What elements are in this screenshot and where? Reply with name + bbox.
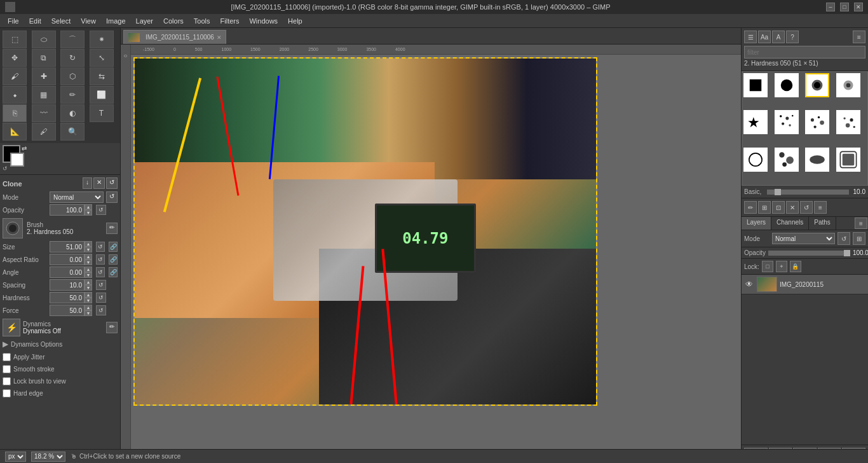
right-btn-1[interactable]: ☰ xyxy=(744,31,757,43)
menu-help[interactable]: Help xyxy=(283,16,308,26)
opacity-input[interactable] xyxy=(50,204,85,216)
unit-select[interactable]: px xyxy=(5,452,26,462)
tab-close-button[interactable]: ✕ xyxy=(217,34,222,41)
tool-smudge[interactable]: 〰 xyxy=(32,104,56,122)
aspect-lock[interactable]: 🔗 xyxy=(109,254,118,265)
brush-filter-input[interactable] xyxy=(744,46,865,59)
tool-flip[interactable]: ⇆ xyxy=(90,67,114,85)
tool-options-delete[interactable]: ✕ xyxy=(93,177,105,189)
size-down[interactable]: ▼ xyxy=(85,247,92,252)
right-action-btn-4[interactable]: ✕ xyxy=(786,201,799,214)
brush-cell-11[interactable] xyxy=(805,148,829,172)
tool-pencil[interactable]: ✏ xyxy=(60,86,85,104)
layer-opacity-slider[interactable] xyxy=(768,251,850,256)
tool-move[interactable]: ✥ xyxy=(3,49,27,67)
right-spacing-slider[interactable] xyxy=(767,190,849,195)
zoom-select[interactable]: 18.2 % xyxy=(31,452,65,462)
aspect-up[interactable]: ▲ xyxy=(85,254,92,259)
mode-select[interactable]: Normal xyxy=(50,191,104,203)
right-action-btn-6[interactable]: ≡ xyxy=(814,201,827,214)
menu-edit[interactable]: Edit xyxy=(24,16,46,26)
expand-icon[interactable]: ▶ xyxy=(3,340,8,349)
tool-options-save[interactable]: ↓ xyxy=(83,177,92,189)
dynamics-edit[interactable]: ✏ xyxy=(106,322,118,333)
size-lock[interactable]: 🔗 xyxy=(109,242,118,252)
tool-ellipse-select[interactable]: ⬭ xyxy=(32,31,56,48)
tool-free-select[interactable]: ⌒ xyxy=(60,31,85,48)
size-reset[interactable]: ↺ xyxy=(96,242,105,252)
apply-jitter-checkbox[interactable] xyxy=(3,353,11,361)
layers-panel-menu[interactable]: ≡ xyxy=(855,218,867,229)
tool-rotate[interactable]: ↻ xyxy=(60,49,85,67)
layer-item[interactable]: 👁 IMG_20200115 xyxy=(742,275,868,294)
brush-cell-1[interactable] xyxy=(743,73,768,97)
layer-mode-select[interactable]: Normal xyxy=(772,233,835,244)
right-action-btn-1[interactable]: ✏ xyxy=(744,201,757,214)
brush-cell-8[interactable] xyxy=(836,110,860,134)
brush-cell-10[interactable] xyxy=(775,148,799,172)
smooth-stroke-checkbox[interactable] xyxy=(3,365,11,373)
brush-cell-4[interactable] xyxy=(836,73,860,97)
force-input[interactable] xyxy=(50,305,85,316)
brush-cell-2[interactable] xyxy=(775,73,799,97)
aspect-down[interactable]: ▼ xyxy=(85,259,92,265)
lock-brush-checkbox[interactable] xyxy=(3,377,11,385)
menu-filters[interactable]: Filters xyxy=(215,16,245,26)
menu-layer[interactable]: Layer xyxy=(131,16,159,26)
menu-colors[interactable]: Colors xyxy=(158,16,189,26)
brush-cell-7[interactable] xyxy=(805,110,829,134)
tool-blend[interactable]: ▦ xyxy=(32,86,56,104)
lock-pixels-btn[interactable]: □ xyxy=(762,261,773,272)
tool-measure[interactable]: 📐 xyxy=(3,123,27,141)
brush-cell-3[interactable] xyxy=(805,73,829,97)
tab-layers[interactable]: Layers xyxy=(742,217,771,230)
tool-text[interactable]: T xyxy=(90,104,114,122)
force-down[interactable]: ▼ xyxy=(85,310,92,316)
tool-options-reset[interactable]: ↺ xyxy=(106,177,118,189)
menu-view[interactable]: View xyxy=(76,16,101,26)
force-up[interactable]: ▲ xyxy=(85,305,92,310)
tool-heal[interactable]: ✚ xyxy=(32,67,56,85)
brush-cell-12[interactable] xyxy=(836,148,860,172)
opacity-down[interactable]: ▼ xyxy=(85,210,92,216)
tool-clone[interactable]: ⎘ xyxy=(3,104,27,122)
hard-edge-checkbox[interactable] xyxy=(3,389,11,397)
size-up[interactable]: ▲ xyxy=(85,241,92,247)
maximize-button[interactable]: □ xyxy=(840,3,849,11)
spacing-up[interactable]: ▲ xyxy=(85,279,92,285)
tool-scale[interactable]: ⤡ xyxy=(90,49,114,67)
close-button[interactable]: ✕ xyxy=(854,3,863,11)
right-action-btn-5[interactable]: ↺ xyxy=(800,201,813,214)
right-panel-menu[interactable]: ≡ xyxy=(853,31,865,43)
opacity-up[interactable]: ▲ xyxy=(85,204,92,210)
brush-cell-9[interactable] xyxy=(743,148,768,172)
tool-eraser[interactable]: ⬜ xyxy=(90,86,114,104)
canvas-scroll[interactable]: 04.79 xyxy=(131,55,741,454)
brush-edit[interactable]: ✏ xyxy=(106,223,118,234)
size-input[interactable] xyxy=(50,241,85,252)
spacing-reset[interactable]: ↺ xyxy=(96,280,106,290)
reset-colors-icon[interactable]: ↺ xyxy=(3,165,8,172)
background-color[interactable] xyxy=(10,153,24,167)
right-btn-2[interactable]: Aa xyxy=(758,31,771,43)
tool-bucket-fill[interactable]: ⬥ xyxy=(3,86,27,104)
tool-zoom[interactable]: 🔍 xyxy=(60,123,85,141)
angle-input[interactable] xyxy=(50,266,85,278)
opacity-reset[interactable]: ↺ xyxy=(96,205,106,215)
tool-paint[interactable]: 🖌 xyxy=(3,67,27,85)
right-action-btn-2[interactable]: ⊞ xyxy=(758,201,771,214)
tool-perspective[interactable]: ⬡ xyxy=(60,67,85,85)
minimize-button[interactable]: – xyxy=(826,3,835,11)
angle-reset[interactable]: ↺ xyxy=(96,267,105,277)
brush-cell-6[interactable] xyxy=(775,110,799,134)
layer-mode-reset[interactable]: ↺ xyxy=(837,232,850,245)
hardness-up[interactable]: ▲ xyxy=(85,292,92,298)
layer-visibility-toggle[interactable]: 👁 xyxy=(744,279,754,289)
hardness-input[interactable] xyxy=(50,292,85,303)
menu-tools[interactable]: Tools xyxy=(189,16,215,26)
right-btn-help[interactable]: ? xyxy=(786,31,799,43)
canvas-image[interactable]: 04.79 xyxy=(133,57,597,406)
tool-fuzzy-select[interactable]: ⁕ xyxy=(90,31,114,48)
spacing-input[interactable] xyxy=(50,279,85,291)
hardness-down[interactable]: ▼ xyxy=(85,298,92,303)
